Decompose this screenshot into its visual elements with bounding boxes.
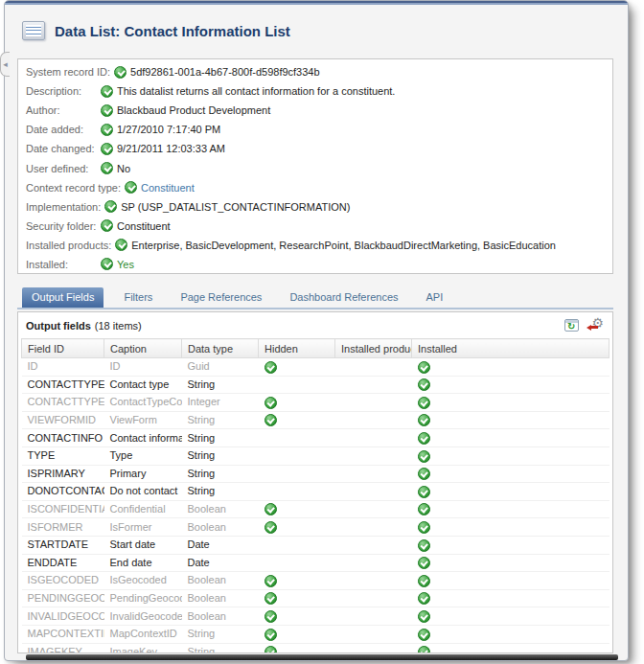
tab-bar: Output FieldsFiltersPage ReferencesDashb… <box>17 287 613 309</box>
cell-field-id: ISFORMER <box>22 518 104 537</box>
cell-installed-products <box>335 376 412 394</box>
table-row[interactable]: INVALIDGEOCODE InvalidGeocode Boolean <box>22 607 610 626</box>
cell-hidden <box>259 483 335 501</box>
cell-hidden <box>259 554 335 572</box>
cell-caption: End date <box>104 554 182 572</box>
table-row[interactable]: ENDDATE End date Date <box>22 554 610 572</box>
tab-api[interactable]: API <box>419 287 451 308</box>
hidden-check-icon <box>264 503 277 515</box>
tab-output-fields[interactable]: Output Fields <box>22 287 104 308</box>
yes-check-icon <box>101 85 113 98</box>
cell-installed-products <box>335 607 412 626</box>
column-header-caption[interactable]: Caption <box>104 339 182 358</box>
installed-check-icon <box>418 521 430 534</box>
column-header-installed-products[interactable]: Installed products <box>335 339 412 358</box>
table-row[interactable]: ISFORMER IsFormer Boolean <box>22 518 610 537</box>
cell-installed-products <box>335 358 412 377</box>
grid-toolbar-icons: ↻ ⚙ <box>564 318 603 332</box>
table-row[interactable]: TYPE Type String <box>22 446 610 465</box>
table-row[interactable]: ID ID Guid <box>22 358 610 377</box>
property-value: This datalist returns all contact inform… <box>117 85 395 97</box>
properties-list: System record ID: 5df92861-001a-4b67-800… <box>26 62 612 274</box>
tab-dashboard-references[interactable]: Dashboard References <box>282 287 405 308</box>
cell-field-id: MAPCONTEXTID <box>22 625 104 643</box>
cell-field-id: ISGEOCODED <box>22 572 104 590</box>
cell-field-id: TYPE <box>22 446 104 465</box>
cell-installed <box>412 625 610 643</box>
table-row[interactable]: ISPRIMARY Primary String <box>22 465 610 483</box>
table-row[interactable]: IMAGEKEY ImageKey String <box>22 643 610 653</box>
cell-field-id: IMAGEKEY <box>22 643 104 653</box>
column-header-installed[interactable]: Installed <box>412 339 610 358</box>
installed-check-icon <box>418 646 430 653</box>
yes-check-icon <box>115 239 127 251</box>
table-row[interactable]: VIEWFORMID ViewForm String <box>22 411 610 429</box>
cell-data-type: Boolean <box>182 518 259 537</box>
cell-field-id: CONTACTTYPECODE <box>22 394 104 412</box>
table-row[interactable]: ISGEOCODED IsGeocoded Boolean <box>22 572 610 590</box>
export-icon[interactable]: ⚙ <box>586 318 603 332</box>
installed-check-icon <box>418 397 430 409</box>
property-label: System record ID: <box>26 66 114 78</box>
table-row[interactable]: ISCONFIDENTIAL Confidential Boolean <box>22 500 610 518</box>
installed-check-icon <box>418 592 430 605</box>
table-row[interactable]: STARTDATE Start date Date <box>22 536 610 554</box>
cell-hidden <box>259 394 335 412</box>
installed-check-icon <box>418 575 430 587</box>
refresh-icon[interactable]: ↻ <box>564 319 579 332</box>
property-value: No <box>117 163 130 174</box>
hidden-check-icon <box>264 361 277 374</box>
hidden-check-icon <box>264 646 277 653</box>
cell-installed <box>412 376 610 394</box>
cell-data-type: String <box>182 625 259 643</box>
installed-check-icon <box>418 557 430 569</box>
hidden-check-icon <box>264 521 277 534</box>
property-row: Date added: 1/27/2010 7:17:40 PM <box>26 120 612 139</box>
property-row: Date changed: 9/21/2011 12:03:33 AM <box>26 139 612 158</box>
installed-check-icon <box>418 610 430 623</box>
column-header-field-id[interactable]: Field ID <box>22 339 104 358</box>
output-fields-body: ID ID Guid CONTACTTYPE Contact type Stri… <box>22 358 610 654</box>
table-row[interactable]: CONTACTTYPECODE ContactTypeCode Integer <box>22 394 610 412</box>
output-fields-table: Field IDCaptionData typeHiddenInstalled … <box>21 338 610 653</box>
explorer-collapse-handle[interactable]: ◂ <box>0 52 10 77</box>
cell-installed <box>412 394 610 412</box>
tab-page-references[interactable]: Page References <box>172 287 269 308</box>
column-header-data-type[interactable]: Data type <box>182 339 259 358</box>
cell-data-type: String <box>182 376 259 394</box>
property-label: Date added: <box>26 124 101 135</box>
table-row[interactable]: MAPCONTEXTID MapContextID String <box>22 625 610 643</box>
cell-installed <box>412 483 610 501</box>
table-row[interactable]: PENDINGGEOCODE PendingGeocode Boolean <box>22 589 610 607</box>
table-row[interactable]: CONTACTTYPE Contact type String <box>22 376 610 394</box>
property-value: Constituent <box>117 220 171 232</box>
property-label: Implementation: <box>26 201 104 213</box>
cell-hidden <box>259 358 335 377</box>
cell-installed-products <box>335 643 412 653</box>
cell-field-id: ENDDATE <box>22 554 104 572</box>
cell-installed-products <box>335 500 412 518</box>
installed-check-icon <box>418 486 430 498</box>
installed-check-icon <box>418 468 430 480</box>
installed-check-icon <box>418 539 430 552</box>
property-row: Installed: Yes <box>26 255 612 274</box>
column-header-hidden[interactable]: Hidden <box>259 339 335 358</box>
property-row: User defined: No <box>26 158 612 177</box>
property-value: Blackbaud Product Development <box>117 104 270 116</box>
cell-installed-products <box>335 554 412 572</box>
hidden-check-icon <box>264 575 277 587</box>
cell-field-id: ISPRIMARY <box>22 465 104 483</box>
cell-installed <box>412 500 610 518</box>
property-value: 1/27/2010 7:17:40 PM <box>117 124 220 135</box>
table-row[interactable]: CONTACTINFO Contact information String <box>22 429 610 447</box>
cell-hidden <box>259 572 335 590</box>
cell-field-id: ID <box>22 358 104 377</box>
tab-filters[interactable]: Filters <box>116 287 160 308</box>
property-value-link[interactable]: Constituent <box>141 182 195 194</box>
cell-hidden <box>259 643 335 653</box>
property-row: Security folder: Constituent <box>26 217 612 236</box>
cell-hidden <box>259 411 335 429</box>
cell-caption: Do not contact <box>104 483 182 501</box>
table-row[interactable]: DONOTCONTACT Do not contact String <box>22 483 610 501</box>
cell-installed <box>412 607 610 626</box>
